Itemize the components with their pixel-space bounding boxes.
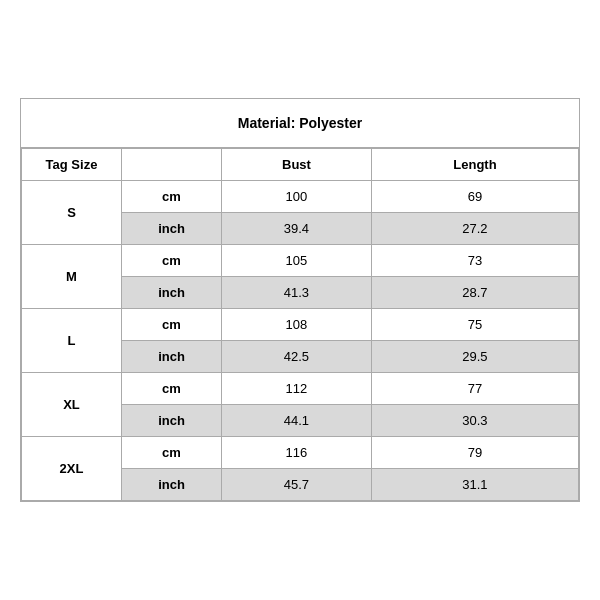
length-cm: 75 [371, 309, 578, 341]
unit-inch: inch [122, 469, 222, 501]
size-table: Tag Size Bust Length Scm10069inch39.427.… [21, 148, 579, 501]
table-row: XLcm11277 [22, 373, 579, 405]
size-chart-container: Material: Polyester Tag Size Bust Length… [20, 98, 580, 502]
chart-title: Material: Polyester [21, 99, 579, 148]
length-inch: 27.2 [371, 213, 578, 245]
length-cm: 79 [371, 437, 578, 469]
header-tag-size: Tag Size [22, 149, 122, 181]
header-length: Length [371, 149, 578, 181]
unit-cm: cm [122, 309, 222, 341]
length-inch: 29.5 [371, 341, 578, 373]
length-inch: 30.3 [371, 405, 578, 437]
unit-inch: inch [122, 277, 222, 309]
unit-cm: cm [122, 373, 222, 405]
tag-size-cell: L [22, 309, 122, 373]
table-row: 2XLcm11679 [22, 437, 579, 469]
header-unit-spacer [122, 149, 222, 181]
table-row: Scm10069 [22, 181, 579, 213]
length-cm: 77 [371, 373, 578, 405]
table-row: Mcm10573 [22, 245, 579, 277]
table-row: Lcm10875 [22, 309, 579, 341]
bust-inch: 39.4 [222, 213, 372, 245]
length-inch: 31.1 [371, 469, 578, 501]
tag-size-cell: M [22, 245, 122, 309]
unit-cm: cm [122, 245, 222, 277]
tag-size-cell: XL [22, 373, 122, 437]
bust-inch: 42.5 [222, 341, 372, 373]
bust-inch: 44.1 [222, 405, 372, 437]
bust-cm: 100 [222, 181, 372, 213]
unit-inch: inch [122, 213, 222, 245]
unit-cm: cm [122, 181, 222, 213]
bust-cm: 112 [222, 373, 372, 405]
bust-cm: 108 [222, 309, 372, 341]
unit-inch: inch [122, 341, 222, 373]
unit-cm: cm [122, 437, 222, 469]
unit-inch: inch [122, 405, 222, 437]
length-cm: 69 [371, 181, 578, 213]
length-cm: 73 [371, 245, 578, 277]
tag-size-cell: 2XL [22, 437, 122, 501]
bust-cm: 105 [222, 245, 372, 277]
bust-inch: 45.7 [222, 469, 372, 501]
header-bust: Bust [222, 149, 372, 181]
length-inch: 28.7 [371, 277, 578, 309]
bust-inch: 41.3 [222, 277, 372, 309]
tag-size-cell: S [22, 181, 122, 245]
bust-cm: 116 [222, 437, 372, 469]
